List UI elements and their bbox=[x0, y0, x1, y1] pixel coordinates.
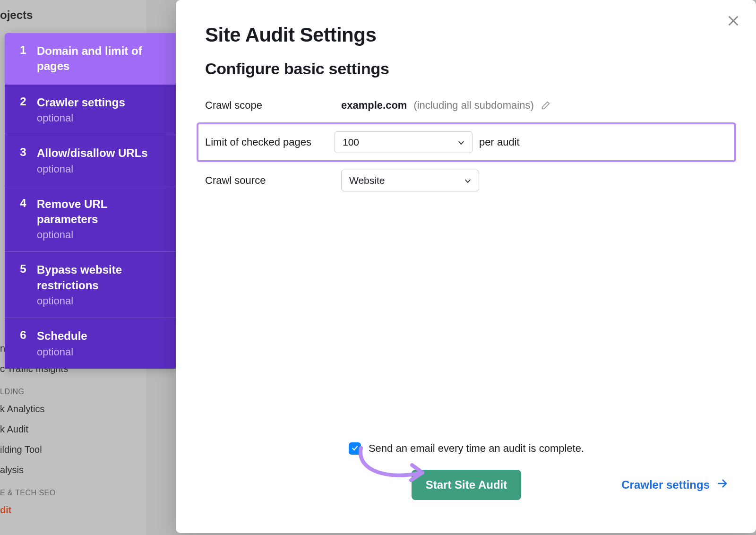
step-number: 1 bbox=[19, 43, 27, 57]
chevron-down-icon bbox=[457, 138, 465, 147]
modal-subtitle: Configure basic settings bbox=[205, 60, 728, 78]
modal-footer: Send an email every time an audit is com… bbox=[205, 442, 728, 500]
step-label: Allow/disallow URLs bbox=[37, 146, 148, 161]
next-step-label: Crawler settings bbox=[621, 478, 710, 492]
step-domain-limit[interactable]: 1 Domain and limit of pages bbox=[5, 33, 178, 85]
step-schedule[interactable]: 6 Schedule optional bbox=[5, 318, 178, 368]
crawl-scope-hint: (including all subdomains) bbox=[413, 99, 533, 112]
step-optional: optional bbox=[37, 229, 166, 241]
check-icon bbox=[351, 442, 359, 455]
crawl-scope-domain: example.com bbox=[341, 99, 407, 112]
step-remove-url-params[interactable]: 4 Remove URL parameters optional bbox=[5, 186, 178, 252]
step-bypass-restrictions[interactable]: 5 Bypass website restrictions optional bbox=[5, 252, 178, 318]
step-number: 3 bbox=[19, 146, 27, 159]
crawl-source-select[interactable]: Website bbox=[341, 170, 479, 191]
wizard-steps: 1 Domain and limit of pages 2 Crawler se… bbox=[5, 33, 178, 369]
step-crawler-settings[interactable]: 2 Crawler settings optional bbox=[5, 85, 178, 135]
email-checkbox[interactable] bbox=[349, 442, 361, 455]
email-notification-row: Send an email every time an audit is com… bbox=[349, 442, 584, 455]
chevron-down-icon bbox=[464, 176, 472, 185]
crawl-scope-row: Crawl scope example.com (including all s… bbox=[205, 92, 728, 119]
step-number: 2 bbox=[19, 95, 27, 108]
step-label: Crawler settings bbox=[37, 95, 125, 110]
step-optional: optional bbox=[37, 163, 148, 175]
limit-value: 100 bbox=[343, 137, 359, 148]
step-number: 4 bbox=[19, 197, 27, 210]
crawl-source-row: Crawl source Website bbox=[205, 166, 728, 195]
step-optional: optional bbox=[37, 346, 87, 358]
next-step-link[interactable]: Crawler settings bbox=[621, 478, 728, 492]
crawl-source-value: Website bbox=[349, 175, 385, 186]
pencil-icon[interactable] bbox=[541, 100, 551, 111]
step-label: Bypass website restrictions bbox=[37, 262, 166, 293]
step-label: Remove URL parameters bbox=[37, 197, 166, 227]
arrow-right-icon bbox=[716, 478, 728, 492]
step-label: Schedule bbox=[37, 328, 87, 344]
crawl-source-label: Crawl source bbox=[205, 174, 341, 187]
step-allow-disallow[interactable]: 3 Allow/disallow URLs optional bbox=[5, 135, 178, 186]
limit-select[interactable]: 100 bbox=[335, 131, 472, 153]
modal-title: Site Audit Settings bbox=[205, 24, 728, 46]
site-audit-settings-modal: Site Audit Settings Configure basic sett… bbox=[176, 0, 756, 533]
step-optional: optional bbox=[37, 295, 166, 307]
step-number: 5 bbox=[19, 262, 27, 276]
step-optional: optional bbox=[37, 112, 125, 124]
limit-suffix: per audit bbox=[479, 136, 520, 148]
step-label: Domain and limit of pages bbox=[37, 43, 166, 74]
limit-row: Limit of checked pages 100 per audit bbox=[205, 129, 728, 155]
step-number: 6 bbox=[19, 328, 27, 342]
crawl-scope-label: Crawl scope bbox=[205, 99, 341, 112]
close-icon bbox=[727, 14, 740, 29]
limit-label: Limit of checked pages bbox=[205, 136, 335, 148]
start-site-audit-button[interactable]: Start Site Audit bbox=[412, 470, 521, 500]
email-label: Send an email every time an audit is com… bbox=[369, 442, 584, 455]
highlight-annotation: Limit of checked pages 100 per audit bbox=[197, 122, 736, 162]
